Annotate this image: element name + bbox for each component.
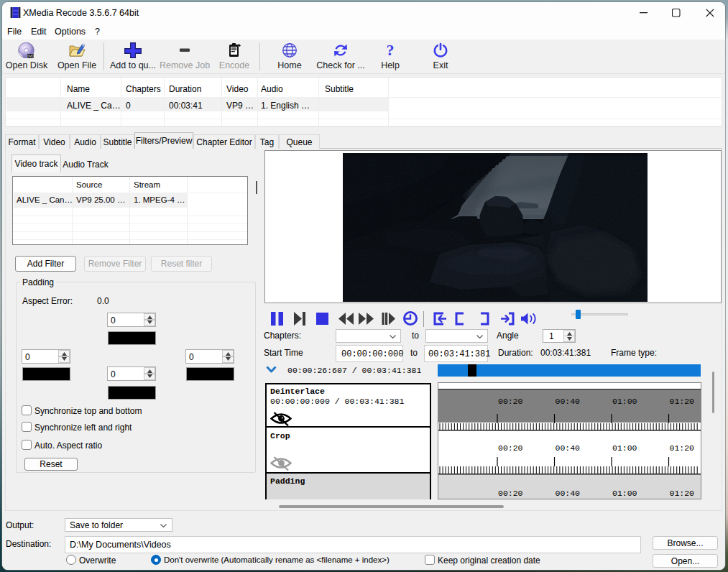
svg-text:00:40: 00:40 [556, 489, 581, 498]
svg-text:00:40: 00:40 [556, 443, 581, 453]
svg-text:01:20: 01:20 [670, 443, 695, 453]
svg-text:00:20: 00:20 [498, 443, 523, 453]
svg-text:00:20: 00:20 [498, 397, 523, 406]
svg-text:01:00: 01:00 [612, 443, 637, 453]
svg-text:01:00: 01:00 [612, 489, 637, 498]
svg-text:00:20: 00:20 [498, 489, 523, 498]
svg-text:01:00: 01:00 [612, 397, 637, 406]
svg-text:?: ? [387, 42, 395, 58]
svg-text:01:20: 01:20 [670, 397, 695, 406]
svg-text:01:20: 01:20 [670, 489, 695, 498]
svg-text:00:40: 00:40 [556, 397, 581, 406]
svg-text:DVD: DVD [27, 55, 34, 58]
